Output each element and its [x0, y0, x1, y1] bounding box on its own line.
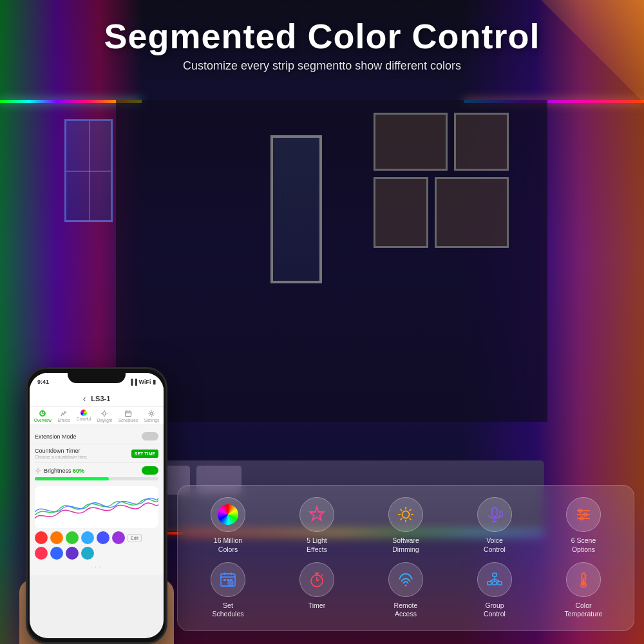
feature-icon-circle-colors[interactable]: [211, 497, 245, 532]
color-circles-row2: [35, 547, 158, 560]
header-section: Segmented Color Control Customize every …: [0, 0, 644, 79]
back-arrow[interactable]: ‹: [83, 393, 86, 404]
feature-voice-label: VoiceControl: [484, 536, 506, 554]
nav-overview-label: Overview: [34, 418, 52, 422]
svg-line-23: [400, 509, 402, 511]
chart-svg: [35, 486, 158, 528]
svg-rect-40: [223, 579, 226, 581]
brightness-text: Brightness 60%: [44, 468, 84, 474]
edit-button[interactable]: Edit: [128, 534, 142, 542]
feature-icon-circle-voice[interactable]: [477, 497, 512, 532]
color-orange[interactable]: [50, 531, 63, 544]
feature-light-effects: 5 LightEffects: [276, 497, 358, 554]
phone-app-header: ‹ LS3-1: [30, 391, 164, 407]
nav-colorful-label: Colorful: [77, 417, 91, 421]
phone-screen: 9:41 ▐▐ WiFi ▮ ‹ LS3-1 Overview Effects …: [30, 373, 164, 638]
feature-scenes-label: 6 SceneOptions: [571, 536, 596, 554]
feature-color-temp: ColorTemperature: [542, 562, 625, 619]
feature-temp-label: ColorTemperature: [565, 601, 603, 619]
voice-icon: [485, 505, 504, 524]
brightness-pct: 60%: [73, 468, 84, 474]
svg-rect-54: [488, 582, 491, 585]
color-wheel-icon: [218, 504, 238, 525]
feature-icon-circle-scenes[interactable]: [566, 497, 601, 532]
extension-mode-label: Extension Mode: [35, 433, 77, 440]
svg-point-64: [582, 583, 585, 586]
colorful-icon: [80, 410, 87, 416]
sun-icon-small: [35, 468, 41, 474]
nav-effects[interactable]: Effects: [57, 410, 70, 422]
chart-area: [35, 486, 158, 528]
nav-schedules[interactable]: Schedules: [118, 410, 138, 422]
color-purple[interactable]: [112, 531, 125, 544]
color-blue[interactable]: [97, 531, 109, 544]
brightness-slider-track[interactable]: [35, 477, 158, 480]
feature-voice-control: VoiceControl: [453, 497, 536, 554]
color-lightblue[interactable]: [81, 531, 94, 544]
brightness-slider-fill: [35, 477, 109, 480]
color-indigo[interactable]: [50, 547, 63, 560]
nav-daylight[interactable]: Daylight: [97, 410, 112, 422]
brightness-header: Brightness 60%: [35, 466, 158, 475]
main-title: Segmented Color Control: [13, 16, 631, 56]
feature-16m-colors: 16 MillionColors: [187, 497, 269, 554]
subtitle: Customize every strip segmentto show dif…: [13, 59, 631, 73]
feature-set-schedules: SetSchedules: [187, 562, 269, 619]
feature-remote-label: RemoteAccess: [394, 601, 418, 619]
feature-icon-circle-schedules[interactable]: [211, 562, 245, 597]
feature-timer-label: Timer: [308, 601, 325, 611]
feature-remote-access: RemoteAccess: [365, 562, 447, 619]
sun-dimming-icon: [396, 505, 415, 524]
features-row-2: SetSchedules Timer: [187, 562, 625, 619]
brightness-section: Brightness 60%: [35, 463, 158, 484]
feature-icon-circle-remote[interactable]: [388, 562, 423, 597]
set-time-button[interactable]: SET TIME: [131, 450, 158, 458]
feature-schedules-label: SetSchedules: [212, 601, 243, 619]
extension-mode-row: Extension Mode: [35, 429, 158, 444]
svg-line-24: [410, 518, 412, 520]
countdown-label: Countdown Timer: [35, 448, 88, 454]
feature-effects-label: 5 LightEffects: [307, 536, 327, 554]
svg-line-2: [43, 413, 44, 414]
feature-colors-label: 16 MillionColors: [214, 536, 242, 554]
nav-settings-label: Settings: [144, 418, 160, 422]
timer-icon: [308, 571, 326, 589]
color-circles-row: Edit: [35, 531, 158, 544]
feature-icon-circle-temp[interactable]: [566, 562, 601, 597]
nav-colorful[interactable]: Colorful: [77, 410, 91, 422]
color-green[interactable]: [66, 531, 79, 544]
svg-point-13: [37, 469, 39, 471]
color-violet[interactable]: [66, 547, 79, 560]
nav-effects-label: Effects: [57, 418, 70, 422]
svg-rect-27: [492, 507, 497, 516]
color-red[interactable]: [35, 531, 48, 544]
color-pink[interactable]: [35, 547, 48, 560]
nav-schedules-label: Schedules: [118, 418, 138, 422]
feature-group-label: GroupControl: [484, 601, 506, 619]
calendar-icon: [219, 571, 237, 589]
feature-group-control: GroupControl: [453, 562, 536, 619]
svg-line-25: [410, 509, 412, 511]
feature-icon-circle-timer[interactable]: [299, 562, 334, 597]
feature-dimming-label: SoftwareDimming: [392, 536, 419, 554]
feature-icon-circle-dimming[interactable]: [388, 497, 423, 532]
countdown-sub: Choose a countdown time.: [35, 455, 88, 459]
feature-icon-circle-group[interactable]: [477, 562, 512, 597]
phone-app-content: Extension Mode Countdown Timer Choose a …: [30, 425, 164, 575]
feature-icon-circle-effects[interactable]: [299, 497, 334, 532]
countdown-info: Countdown Timer Choose a countdown time.: [35, 448, 88, 459]
device-name: LS3-1: [91, 395, 110, 402]
features-row-1: 16 MillionColors 5 LightEffects: [187, 497, 625, 554]
phone-nav-bar: Overview Effects Colorful Daylight Sched…: [30, 407, 164, 425]
color-teal[interactable]: [81, 547, 94, 560]
svg-rect-8: [125, 412, 131, 417]
brightness-toggle[interactable]: [142, 466, 158, 475]
nav-overview[interactable]: Overview: [34, 410, 52, 422]
more-dots[interactable]: ···: [35, 562, 158, 571]
svg-point-52: [405, 584, 407, 586]
extension-toggle[interactable]: [142, 432, 158, 440]
nav-settings[interactable]: Settings: [144, 410, 160, 422]
svg-rect-55: [493, 582, 497, 585]
svg-rect-56: [498, 582, 502, 585]
star-icon: [307, 505, 327, 524]
